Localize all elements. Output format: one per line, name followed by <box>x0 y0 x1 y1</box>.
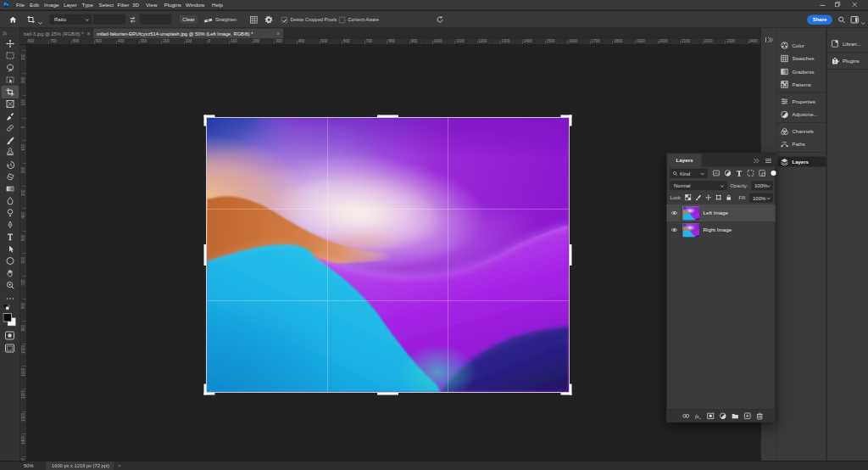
layer-filter-kind-select[interactable]: Kind <box>670 169 708 178</box>
menu-file[interactable]: File <box>16 0 25 9</box>
dock-panel-adjustme[interactable]: Adjustme... <box>777 108 826 120</box>
menu-select[interactable]: Select <box>99 0 114 9</box>
search-icon[interactable] <box>837 16 846 25</box>
menu-view[interactable]: View <box>146 0 157 9</box>
default-colors-icon[interactable] <box>3 305 11 311</box>
dodge-tool[interactable] <box>6 208 15 217</box>
crop-handle-top-left-v[interactable] <box>204 115 207 126</box>
dock-panel-plugins[interactable]: Plugins <box>827 54 868 67</box>
lock-transparent-pixels-icon[interactable] <box>685 194 693 202</box>
clear-button[interactable]: Clear <box>179 14 198 25</box>
menu-layer[interactable]: Layer <box>64 0 77 9</box>
panel-menu-icon[interactable] <box>765 158 772 163</box>
filter-adjustment-layers-icon[interactable] <box>724 170 732 177</box>
layer-visibility-eye-icon[interactable] <box>670 227 678 232</box>
layers-panel-tab[interactable]: Layers <box>668 154 702 167</box>
blend-mode-select[interactable]: Normal <box>670 182 727 191</box>
menu-help[interactable]: Help <box>212 0 223 9</box>
brush-tool[interactable] <box>6 136 15 145</box>
delete-layer-icon[interactable] <box>756 412 765 421</box>
layer-name[interactable]: Right Image <box>704 227 732 232</box>
crop-handle-top-center[interactable] <box>377 115 398 118</box>
crop-handle-left-center[interactable] <box>204 244 207 266</box>
object-selection-tool[interactable] <box>6 76 15 85</box>
crop-tool-icon[interactable] <box>27 15 36 24</box>
healing-brush-tool[interactable] <box>6 124 15 133</box>
opacity-input[interactable]: 100% <box>752 182 773 191</box>
crop-width-input[interactable] <box>94 14 125 25</box>
layer-visibility-eye-icon[interactable] <box>670 210 678 215</box>
quick-mask-icon[interactable] <box>5 331 15 340</box>
share-button[interactable]: Share <box>807 15 832 25</box>
document-tab-2[interactable]: milad-fakurian-ERUfcyxz514-unsplash.jpg … <box>93 29 283 39</box>
filter-pixel-layers-icon[interactable] <box>713 170 721 177</box>
panel-collapse-icon[interactable] <box>754 158 760 163</box>
move-tool[interactable] <box>6 39 15 48</box>
edit-toolbar-icon[interactable] <box>6 295 15 299</box>
menu-window[interactable]: Window <box>186 0 204 9</box>
lasso-tool[interactable] <box>6 63 15 72</box>
vertical-ruler[interactable]: 3002001000100200300400500600700800900100… <box>20 45 27 462</box>
tool-preset-chevron-icon[interactable] <box>38 19 42 22</box>
dock-panel-paths[interactable]: Paths <box>777 138 826 151</box>
crop-tool[interactable] <box>6 87 15 97</box>
tab-close-icon[interactable]: × <box>86 31 90 37</box>
new-layer-icon[interactable] <box>743 412 752 421</box>
home-icon[interactable] <box>9 16 18 25</box>
canvas-area[interactable] <box>27 45 761 462</box>
horizontal-ruler[interactable]: 8007006005004003002001000100200300400500… <box>20 39 761 45</box>
shape-tool[interactable] <box>6 256 15 266</box>
clone-stamp-tool[interactable] <box>6 148 15 157</box>
restore-button[interactable] <box>832 0 844 9</box>
crop-handle-right-center[interactable] <box>570 244 572 266</box>
menu-plugins[interactable]: Plugins <box>164 0 182 9</box>
dock-panel-patterns[interactable]: Patterns <box>777 78 826 91</box>
menu-edit[interactable]: Edit <box>30 0 39 9</box>
new-adjustment-layer-icon[interactable] <box>719 412 727 421</box>
zoom-level[interactable]: 50% <box>24 463 34 468</box>
crop-handle-bottom-right-v[interactable] <box>570 384 572 395</box>
dock-panel-gradients[interactable]: Gradients <box>777 65 826 78</box>
gradient-tool[interactable] <box>6 184 15 193</box>
document-image[interactable] <box>207 118 569 392</box>
workspace-chevron-icon[interactable] <box>861 19 865 21</box>
content-aware-checkbox[interactable] <box>339 17 345 23</box>
filter-smart-objects-icon[interactable] <box>759 170 766 177</box>
crop-overlay-icon[interactable] <box>249 15 259 25</box>
tab-close-icon[interactable]: × <box>276 31 280 37</box>
blur-tool[interactable] <box>6 196 15 205</box>
crop-boundary[interactable] <box>206 117 570 393</box>
path-selection-tool[interactable] <box>6 244 15 254</box>
minimize-button[interactable] <box>816 0 829 9</box>
swap-dimensions-icon[interactable] <box>129 16 137 24</box>
zoom-tool[interactable] <box>6 281 15 290</box>
reset-icon[interactable] <box>436 15 444 24</box>
ratio-select[interactable]: Ratio <box>50 14 92 25</box>
history-brush-tool[interactable] <box>6 159 15 169</box>
dock-expand-icon[interactable] <box>765 36 774 43</box>
menu-type[interactable]: Type <box>82 0 94 9</box>
dock-panel-properties[interactable]: Properties <box>777 95 826 108</box>
menu-filter[interactable]: Filter <box>118 0 130 9</box>
layer-row-left-image[interactable]: Left Image <box>667 204 776 221</box>
lock-artboard-icon[interactable] <box>715 194 723 202</box>
foreground-background-colors[interactable] <box>3 313 17 327</box>
dock-panel-color[interactable]: Color <box>777 39 826 52</box>
layer-effects-icon[interactable]: fx <box>694 412 703 421</box>
document-tab-1[interactable]: ball-3.jpg @ 25% (RGB/8) *× <box>20 29 92 39</box>
new-group-icon[interactable] <box>732 412 740 421</box>
delete-cropped-pixels-label[interactable]: Delete Cropped Pixels <box>291 17 337 22</box>
hand-tool[interactable] <box>6 268 15 277</box>
straighten-label[interactable]: Straighten <box>215 17 236 22</box>
workspace-icon[interactable] <box>850 15 860 25</box>
status-chevron-icon[interactable]: > <box>118 463 121 469</box>
eraser-tool[interactable] <box>6 172 15 182</box>
layer-thumbnail[interactable] <box>683 223 699 237</box>
marquee-tool[interactable] <box>6 51 15 60</box>
filter-type-layers-icon[interactable] <box>736 170 743 177</box>
delete-cropped-pixels-checkbox[interactable] <box>281 17 287 23</box>
dock-panel-librari[interactable]: Librari... <box>827 37 868 50</box>
filter-toggle-icon[interactable] <box>770 170 777 177</box>
eyedropper-tool[interactable] <box>6 111 15 120</box>
frame-tool[interactable] <box>6 99 15 109</box>
